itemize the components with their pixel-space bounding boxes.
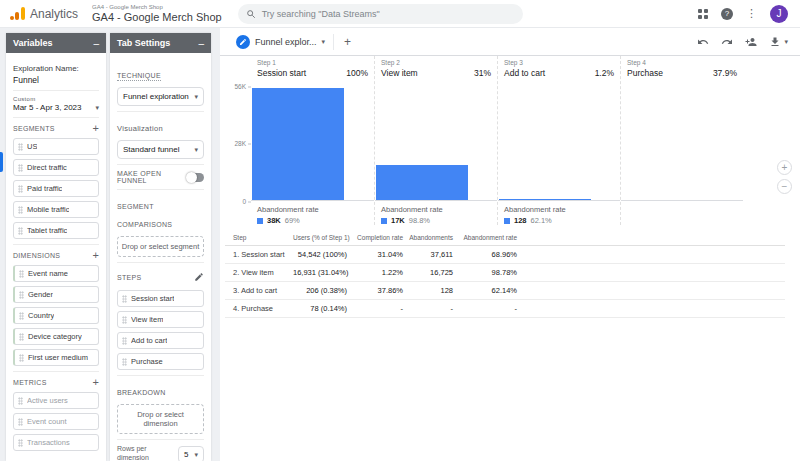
segment-chip[interactable]: Mobile traffic (13, 201, 99, 218)
funnel-bar[interactable] (499, 199, 591, 200)
y-tick: 28K (234, 140, 251, 147)
step-number: Step 2 (381, 59, 491, 66)
dimension-chip[interactable]: Device category (13, 328, 99, 345)
dimension-chip[interactable]: Country (13, 307, 99, 324)
table-header-row: Step Users (% of Step 1) Completion rate… (225, 230, 785, 246)
table-row[interactable]: 2. View item 16,931 (31.04%) 1.22% 16,72… (225, 264, 785, 282)
exploration-name-value[interactable]: Funnel (13, 75, 99, 85)
chevron-down-icon[interactable]: ▾ (95, 104, 99, 112)
make-open-funnel-toggle[interactable] (187, 173, 204, 182)
add-tab-button[interactable]: + (333, 34, 361, 50)
drag-handle-icon[interactable] (122, 358, 127, 366)
apps-grid-icon[interactable] (698, 9, 708, 19)
funnel-bar[interactable] (252, 88, 344, 200)
rows-per-dimension-label: Rows per dimension (117, 445, 174, 461)
edit-steps-icon[interactable] (194, 268, 204, 286)
tab-settings-title: Tab Settings (117, 38, 170, 48)
step-chip[interactable]: Purchase (117, 353, 204, 370)
segment-chip[interactable]: US (13, 138, 99, 155)
undo-icon[interactable] (697, 36, 709, 48)
abandonment-percent: 62.1% (531, 216, 552, 225)
zoom-in-button[interactable]: + (777, 160, 792, 175)
visualization-label: Visualization (117, 124, 163, 133)
step-chip[interactable]: Add to cart (117, 332, 204, 349)
abandonment-percent: 69% (285, 216, 300, 225)
drag-handle-icon[interactable] (122, 295, 127, 303)
segment-chip[interactable]: Direct traffic (13, 159, 99, 176)
breakdown-dropzone[interactable]: Drop or select dimension (117, 404, 204, 434)
table-row[interactable]: 4. Purchase 78 (0.14%) - - - (225, 300, 785, 318)
exploration-tab-icon (236, 35, 250, 49)
funnel-bar[interactable] (376, 165, 468, 200)
chevron-down-icon[interactable]: ▾ (322, 38, 326, 46)
zoom-out-button[interactable]: − (777, 179, 792, 194)
collapse-variables-icon[interactable]: – (93, 38, 99, 49)
google-analytics-logo-icon (10, 7, 25, 20)
drag-handle-icon[interactable] (19, 270, 24, 278)
rows-per-dimension-select[interactable]: 5 ▾ (178, 446, 204, 461)
table-row[interactable]: 3. Add to cart 206 (0.38%) 37.86% 128 62… (225, 282, 785, 300)
segment-chip[interactable]: Paid traffic (13, 180, 99, 197)
export-data-button[interactable]: ▾ (769, 36, 788, 48)
help-icon[interactable]: ? (721, 8, 733, 20)
date-range-value[interactable]: Mar 5 - Apr 3, 2023 (13, 103, 81, 112)
drag-handle-icon[interactable] (18, 397, 23, 405)
redo-icon[interactable] (721, 36, 733, 48)
chevron-down-icon: ▾ (194, 451, 198, 459)
drag-handle-icon[interactable] (18, 439, 23, 447)
drag-handle-icon[interactable] (18, 418, 23, 426)
drag-handle-icon[interactable] (19, 291, 24, 299)
drag-handle-icon[interactable] (18, 164, 23, 172)
y-axis: 56K 28K 0 (225, 86, 251, 201)
technique-select[interactable]: Funnel exploration ▾ (117, 87, 204, 106)
step-percent: 31% (474, 68, 491, 78)
user-avatar[interactable]: J (770, 5, 788, 23)
step-number: Step 4 (627, 59, 737, 66)
step-chip[interactable]: Session start (117, 290, 204, 307)
app-name: Analytics (30, 7, 78, 21)
share-user-icon[interactable] (745, 36, 757, 48)
add-dimension-icon[interactable]: + (93, 250, 99, 261)
analytics-home-link[interactable]: Analytics (0, 7, 78, 21)
property-path: GA4 - Google Merch Shop (92, 4, 222, 11)
table-row[interactable]: 1. Session start 54,542 (100%) 31.04% 37… (225, 246, 785, 264)
drag-handle-icon[interactable] (18, 185, 23, 193)
search-input[interactable]: Try searching "Data Streams" (238, 4, 523, 24)
abandonment-count: 17K (391, 216, 405, 225)
step-chip[interactable]: View item (117, 311, 204, 328)
drag-handle-icon[interactable] (18, 143, 23, 151)
drag-handle-icon[interactable] (19, 333, 24, 341)
drag-handle-icon[interactable] (18, 206, 23, 214)
make-open-funnel-label: MAKE OPEN FUNNEL (117, 170, 187, 184)
date-range-type: Custom (13, 96, 99, 102)
variables-panel: Variables – Exploration Name: Funnel Cus… (6, 33, 106, 461)
metric-chip[interactable]: Transactions (13, 434, 99, 451)
search-placeholder: Try searching "Data Streams" (262, 9, 380, 19)
funnel-column-purchase: Step 4 Purchase 37.9% (620, 56, 743, 225)
dimension-chip[interactable]: Event name (13, 265, 99, 282)
legend-swatch-icon (257, 218, 263, 224)
visualization-select[interactable]: Standard funnel ▾ (117, 140, 204, 159)
more-options-icon[interactable]: ⋮ (746, 7, 757, 20)
drag-handle-icon[interactable] (122, 316, 127, 324)
chevron-down-icon: ▾ (784, 38, 788, 46)
dimension-chip[interactable]: First user medium (13, 349, 99, 366)
metric-chip[interactable]: Active users (13, 392, 99, 409)
property-selector[interactable]: GA4 - Google Merch Shop GA4 - Google Mer… (92, 4, 222, 23)
segment-comparisons-dropzone[interactable]: Drop or select segment (117, 236, 204, 257)
collapse-tab-settings-icon[interactable]: – (198, 38, 204, 49)
drag-handle-icon[interactable] (19, 354, 24, 362)
funnel-exploration-tab[interactable]: Funnel explor... ▾ (228, 28, 333, 55)
segment-chip[interactable]: Tablet traffic (13, 222, 99, 239)
drag-handle-icon[interactable] (18, 227, 23, 235)
date-range-section[interactable]: Custom Mar 5 - Apr 3, 2023 ▾ (13, 91, 99, 118)
dimension-chip[interactable]: Gender (13, 286, 99, 303)
drag-handle-icon[interactable] (122, 337, 127, 345)
collapsed-nav-indicator[interactable] (0, 152, 3, 172)
drag-handle-icon[interactable] (19, 312, 24, 320)
chart-zoom-controls: + − (777, 160, 792, 194)
add-segment-icon[interactable]: + (93, 123, 99, 134)
metric-chip[interactable]: Event count (13, 413, 99, 430)
add-metric-icon[interactable]: + (93, 377, 99, 388)
technique-section: TECHNIQUE Funnel exploration ▾ (117, 59, 204, 112)
